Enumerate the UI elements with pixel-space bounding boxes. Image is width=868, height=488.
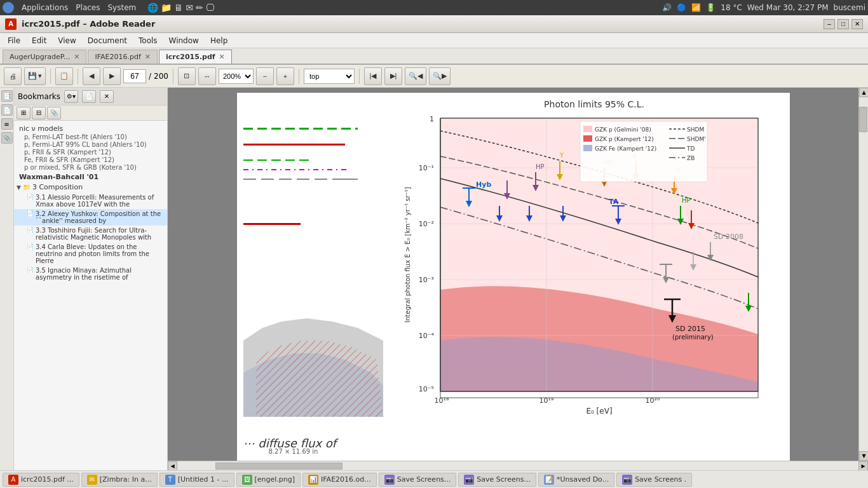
menu-help[interactable]: Help — [205, 35, 233, 46]
bm-fermi1[interactable]: p, Fermi-LAT best-fit (Ahlers '10) — [14, 133, 167, 140]
bluetooth-icon[interactable]: 🔵 — [677, 3, 686, 12]
display-icon[interactable]: 🖵 — [206, 3, 215, 13]
panel-close-button[interactable]: ✕ — [100, 90, 114, 103]
taskbar-ifae[interactable]: 📊 IFAE2016.od... — [302, 473, 377, 487]
menu-edit[interactable]: Edit — [27, 35, 51, 46]
maximize-button[interactable]: □ — [837, 19, 849, 29]
tab-ifae2016[interactable]: IFAE2016.pdf ✕ — [88, 50, 158, 64]
bm-section3[interactable]: ▼ 📁 3 Composition — [14, 182, 167, 193]
first-page-button[interactable]: |◀ — [364, 67, 382, 85]
save-button[interactable]: 💾 ▾ — [24, 67, 46, 85]
copy-button[interactable]: 📋 — [55, 67, 73, 85]
mail-icon[interactable]: ✉ — [186, 3, 193, 13]
places-menu[interactable]: Places — [76, 3, 100, 12]
taskbar-ifae-label: IFAE2016.od... — [321, 475, 371, 484]
fit-width-button[interactable]: ↔ — [198, 67, 216, 85]
bm-item31[interactable]: 📄 3.1 Alessio Porcelli: Measurements of … — [14, 193, 167, 209]
menu-view[interactable]: View — [53, 35, 81, 46]
horizontal-scrollbar[interactable]: ◀ ▶ — [168, 461, 868, 470]
scroll-down-button[interactable]: ▼ — [859, 451, 868, 461]
tab-ifae2016-close[interactable]: ✕ — [145, 53, 151, 61]
taskbar-save1[interactable]: 📷 Save Screens... — [379, 473, 457, 487]
taskbar-engel-label: [engel.png] — [255, 475, 295, 484]
network-icon[interactable]: 🌐 — [147, 3, 158, 13]
battery-icon[interactable]: 🔋 — [706, 3, 715, 12]
edit-icon[interactable]: ✏ — [196, 3, 203, 13]
svg-text:(preliminary): (preliminary) — [672, 334, 714, 341]
bm-fermi2[interactable]: p, Fermi-LAT 99% CL band (Ahlers '10) — [14, 140, 167, 148]
taskbar-save3[interactable]: 📷 Save Screens . — [616, 473, 692, 487]
tab-augerupgrade[interactable]: AugerUpgradeP... ✕ — [3, 50, 86, 64]
chart-area: Photon limits 95% C.L. — [402, 99, 787, 455]
network-status-icon[interactable]: 📶 — [691, 3, 701, 12]
find-prev-button[interactable]: 🔍◀ — [405, 67, 426, 85]
page-number-input[interactable] — [123, 69, 146, 83]
vertical-scrollbar[interactable]: ▲ ▼ — [858, 88, 868, 461]
zoom-selector[interactable]: 200% 150% 100% 75% 50% — [219, 69, 254, 84]
scroll-left-button[interactable]: ◀ — [168, 461, 177, 471]
system-menu[interactable]: System — [107, 3, 136, 12]
bm-item35[interactable]: 📄 3.5 Ignacio Minaya: Azimuthal asymmetr… — [14, 266, 167, 282]
bm-item34[interactable]: 📄 3.4 Carla Bleve: Updates on the neutri… — [14, 242, 167, 266]
scroll-up-button[interactable]: ▲ — [859, 88, 868, 97]
layers-panel-button[interactable]: ≡ — [1, 118, 13, 130]
username-display: buscemi — [834, 3, 865, 12]
h-scroll-thumb[interactable] — [215, 463, 342, 470]
apps-menu[interactable]: Applications — [22, 3, 68, 12]
volume-icon[interactable]: 🔊 — [662, 3, 672, 12]
taskbar-save3-label: Save Screens . — [635, 475, 686, 484]
bm-item32[interactable]: 📄 3.2 Alexey Yushkov: Composition at the… — [14, 209, 167, 226]
menu-file[interactable]: File — [3, 35, 25, 46]
panel-options-button[interactable]: ⚙▾ — [64, 90, 78, 103]
collapse-all-button[interactable]: ⊟ — [32, 107, 46, 119]
chart-title: Photon limits 95% C.L. — [402, 99, 787, 109]
folder-icon[interactable]: 📁 — [161, 3, 172, 13]
tab-augerupgrade-close[interactable]: ✕ — [74, 53, 79, 61]
taskbar-zimbra[interactable]: ✉ [Zimbra: In a... — [81, 473, 158, 487]
expand-all-button[interactable]: ⊞ — [17, 107, 31, 119]
zoom-out-button[interactable]: − — [256, 67, 274, 85]
bm-nic: nic ν models — [14, 123, 167, 133]
find-next-button[interactable]: 🔍▶ — [429, 67, 451, 85]
bm-frii2[interactable]: Fe, FRII & SFR (Kampert '12) — [14, 156, 167, 163]
bm-waxman[interactable]: Waxman-Bahcall '01 — [14, 171, 167, 182]
menu-tools[interactable]: Tools — [133, 35, 163, 46]
bm-item33[interactable]: 📄 3.3 Toshihiro Fujii: Search for Ultra-… — [14, 226, 167, 242]
h-scroll-track[interactable] — [177, 462, 858, 470]
tab-icrc2015-close[interactable]: ✕ — [219, 53, 225, 61]
taskbar-save2[interactable]: 📷 Save Screens... — [458, 473, 536, 487]
bm-frii1[interactable]: p, FRII & SFR (Kampert '12) — [14, 148, 167, 156]
fit-page-button[interactable]: ⊡ — [178, 67, 196, 85]
taskbar-unsaved[interactable]: 📝 *Unsaved Do... — [538, 473, 614, 487]
bookmarks-panel-button[interactable]: 📑 — [1, 90, 13, 102]
title-bar: A icrc2015.pdf – Adobe Reader – □ ✕ — [0, 15, 868, 33]
taskbar-untitled[interactable]: T [Untitled 1 - ... — [159, 473, 234, 487]
taskbar-engel[interactable]: 🖼 [engel.png] — [236, 473, 301, 487]
panel-pages-button[interactable]: 📄 — [82, 90, 96, 103]
taskbar-pdf[interactable]: A icrc2015.pdf ... — [3, 473, 79, 487]
minimize-button[interactable]: – — [824, 19, 835, 29]
view-selector[interactable]: top fit — [304, 69, 355, 84]
scroll-track[interactable] — [859, 97, 868, 451]
terminal-icon[interactable]: 🖥 — [174, 3, 183, 13]
zoom-in-button[interactable]: + — [276, 67, 294, 85]
prev-page-button[interactable]: ◀ — [83, 67, 100, 85]
scroll-thumb[interactable] — [859, 107, 867, 132]
menu-window[interactable]: Window — [164, 35, 204, 46]
bm-item35-icon: 📄 — [27, 267, 34, 281]
last-page-button[interactable]: ▶| — [384, 67, 402, 85]
attach-panel-button[interactable]: 📎 — [1, 132, 13, 144]
svg-text:E₀ [eV]: E₀ [eV] — [586, 407, 612, 416]
close-button[interactable]: ✕ — [851, 19, 863, 29]
print-button[interactable]: 🖨 — [4, 67, 22, 85]
svg-text:GZK p (Kampert '12): GZK p (Kampert '12) — [595, 136, 654, 142]
bm-mixed[interactable]: p or mixed, SFR & GRB (Kotera '10) — [14, 163, 167, 171]
scroll-right-button[interactable]: ▶ — [858, 461, 868, 471]
next-page-button[interactable]: ▶ — [103, 67, 121, 85]
menu-document[interactable]: Document — [83, 35, 132, 46]
pdf-content[interactable]: ⋯ diffuse flux of 8.27 × 11.69 in Photon… — [168, 88, 868, 470]
tab-icrc2015[interactable]: icrc2015.pdf ✕ — [159, 50, 232, 64]
panel-attach-button[interactable]: 📎 — [47, 107, 61, 119]
pages-panel-button[interactable]: 📄 — [1, 104, 13, 116]
bm-item32-icon: 📄 — [27, 210, 34, 224]
